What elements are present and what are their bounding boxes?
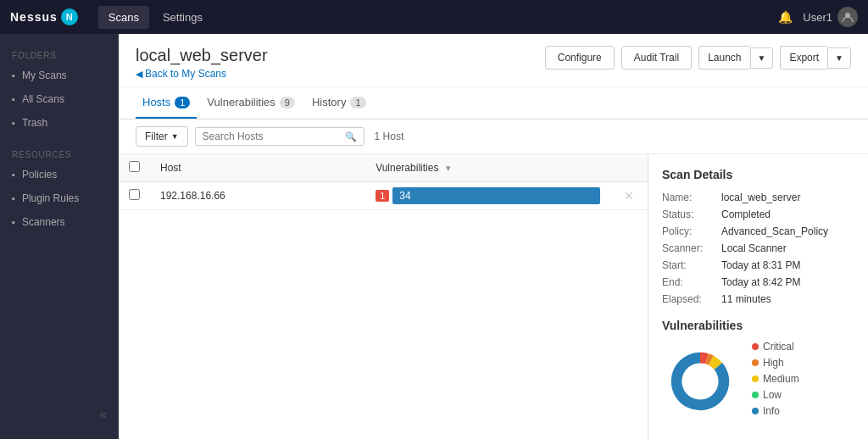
hosts-table: Host Vulnerabilities ▼ 192.168.16.66 (119, 154, 648, 210)
my-scans-icon: ▪ (12, 70, 15, 81)
launch-button-group: Launch ▼ (698, 46, 773, 69)
launch-button[interactable]: Launch (698, 46, 749, 69)
host-count: 1 Host (375, 131, 404, 142)
detail-value: Today at 8:31 PM (721, 259, 800, 271)
launch-dropdown-button[interactable]: ▼ (750, 47, 774, 69)
sidebar-item-my-scans-label: My Scans (22, 69, 67, 81)
legend-list: CriticalHighMediumLowInfo (752, 341, 799, 421)
legend-dot (752, 343, 759, 350)
detail-value: 11 minutes (721, 293, 771, 305)
filter-label: Filter (145, 131, 168, 142)
tab-hosts-badge: 1 (175, 97, 190, 108)
legend-label: Info (763, 405, 780, 417)
detail-label: Name: (662, 192, 721, 203)
actions-column-header (610, 154, 648, 182)
tab-hosts-label: Hosts (142, 96, 170, 108)
user-avatar (837, 7, 858, 27)
row-delete-cell: ✕ (610, 182, 648, 210)
row-checkbox[interactable] (129, 189, 140, 200)
scan-details-panel: Scan Details Name:local_web_serverStatus… (648, 154, 868, 439)
detail-row: Scanner:Local Scanner (662, 242, 854, 254)
vuln-cell: 1 34 (365, 182, 610, 210)
tabs-bar: Hosts 1 Vulnerabilities 9 History 1 (119, 87, 868, 119)
search-icon: 🔍 (345, 131, 357, 142)
detail-value: Local Scanner (721, 242, 787, 254)
sidebar: FOLDERS ▪ My Scans ▪ All Scans ▪ Trash R… (0, 34, 119, 439)
legend-dot (752, 408, 759, 414)
tab-history[interactable]: History 1 (305, 87, 373, 119)
legend-dot (752, 375, 759, 382)
logo-area: Nessus N (10, 8, 78, 25)
top-nav: Nessus N Scans Settings 🔔 User1 (0, 0, 868, 34)
sidebar-item-my-scans[interactable]: ▪ My Scans (0, 64, 119, 87)
sidebar-collapse-button[interactable]: « (0, 400, 119, 429)
detail-row: Start:Today at 8:31 PM (662, 259, 854, 271)
detail-value: local_web_server (721, 192, 800, 203)
detail-value: Advanced_Scan_Policy (721, 225, 828, 237)
export-button[interactable]: Export (780, 46, 827, 69)
tab-hosts[interactable]: Hosts 1 (136, 87, 197, 119)
sidebar-item-plugin-rules[interactable]: ▪ Plugin Rules (0, 186, 119, 210)
host-column-header[interactable]: Host (150, 154, 365, 182)
tab-vulnerabilities-badge: 9 (280, 97, 295, 108)
filter-button[interactable]: Filter ▼ (136, 126, 188, 147)
page-title: local_web_server (136, 46, 268, 65)
content-area: local_web_server ◀ Back to My Scans Conf… (119, 34, 868, 439)
vulnerabilities-column-header[interactable]: Vulnerabilities ▼ (365, 154, 610, 182)
tab-history-badge: 1 (350, 97, 365, 108)
row-delete-button[interactable]: ✕ (620, 189, 637, 203)
detail-row: Elapsed:11 minutes (662, 293, 854, 305)
legend-label: Medium (763, 373, 799, 385)
main-layout: FOLDERS ▪ My Scans ▪ All Scans ▪ Trash R… (0, 34, 868, 439)
sidebar-item-scanners[interactable]: ▪ Scanners (0, 210, 119, 234)
detail-label: Status: (662, 208, 721, 220)
table-area: Host Vulnerabilities ▼ 192.168.16.66 (119, 154, 648, 439)
logo-text: Nessus (10, 10, 58, 24)
detail-value: Completed (721, 208, 771, 220)
sidebar-item-all-scans[interactable]: ▪ All Scans (0, 87, 119, 111)
legend-dot (752, 359, 759, 366)
filter-dropdown-icon: ▼ (171, 132, 179, 141)
legend-item: Info (752, 405, 799, 417)
critical-count-badge: 1 (376, 190, 389, 202)
table-row: 192.168.16.66 1 34 ✕ (119, 182, 648, 210)
tab-vulnerabilities[interactable]: Vulnerabilities 9 (200, 87, 302, 119)
select-all-checkbox[interactable] (129, 161, 140, 172)
back-link-label: Back to My Scans (145, 68, 226, 80)
configure-button[interactable]: Configure (545, 46, 615, 69)
detail-row: Policy:Advanced_Scan_Policy (662, 225, 854, 237)
scanners-icon: ▪ (12, 217, 15, 227)
export-dropdown-button[interactable]: ▼ (827, 47, 851, 69)
sidebar-item-trash-label: Trash (22, 117, 47, 129)
page-title-area: local_web_server ◀ Back to My Scans (136, 46, 268, 80)
audit-trail-button[interactable]: Audit Trail (621, 46, 692, 69)
scan-details-title: Scan Details (662, 168, 854, 181)
vulnerabilities-section-title: Vulnerabilities (662, 319, 854, 332)
export-button-group: Export ▼ (780, 46, 851, 69)
sidebar-item-policies[interactable]: ▪ Policies (0, 163, 119, 186)
nav-scans[interactable]: Scans (98, 6, 149, 29)
bell-icon[interactable]: 🔔 (778, 10, 793, 24)
legend-label: Critical (763, 341, 794, 353)
trash-icon: ▪ (12, 118, 15, 128)
nav-settings[interactable]: Settings (153, 6, 213, 29)
tab-history-label: History (312, 96, 346, 108)
back-link[interactable]: ◀ Back to My Scans (136, 68, 268, 80)
detail-label: Policy: (662, 225, 721, 237)
legend-item: Medium (752, 373, 799, 385)
search-input[interactable] (203, 131, 345, 142)
detail-label: Start: (662, 259, 721, 271)
vuln-bar: 34 (392, 187, 600, 204)
main-body: Host Vulnerabilities ▼ 192.168.16.66 (119, 154, 868, 439)
toolbar: Filter ▼ 🔍 1 Host (119, 119, 868, 154)
legend-item: Low (752, 389, 799, 401)
user-info[interactable]: User1 (803, 7, 858, 27)
detail-row: Name:local_web_server (662, 192, 854, 203)
all-scans-icon: ▪ (12, 94, 15, 104)
folders-label: FOLDERS (0, 44, 119, 64)
user-label: User1 (803, 11, 832, 24)
detail-label: Scanner: (662, 242, 721, 254)
sidebar-item-trash[interactable]: ▪ Trash (0, 111, 119, 135)
detail-label: Elapsed: (662, 293, 721, 305)
sidebar-item-all-scans-label: All Scans (22, 93, 64, 105)
